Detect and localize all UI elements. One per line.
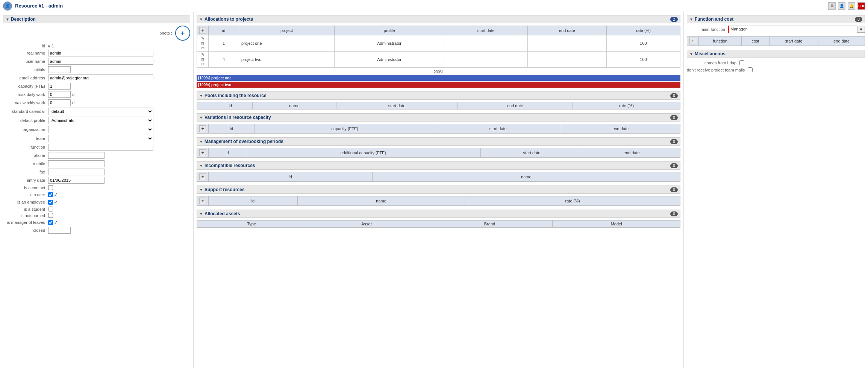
alloc-col-end: end date xyxy=(527,26,606,35)
capacity-label: capacity (FTE) xyxy=(3,84,48,88)
is-contact-checkbox[interactable] xyxy=(48,185,53,190)
misc-section: ▼ Miscellaneous comes from Ldap don't re… xyxy=(687,50,865,72)
function-cost-section: ▼ Function and cost 0 main function Mana… xyxy=(687,15,865,46)
is-student-checkbox[interactable] xyxy=(48,207,53,211)
cut-icon[interactable]: ✂ xyxy=(201,62,205,66)
comes-from-ldap-row: comes from Ldap xyxy=(687,60,865,65)
variations-table: + id capacity (FTE) start date end date xyxy=(197,124,680,134)
max-daily-input[interactable] xyxy=(48,91,71,98)
description-section-header[interactable]: ▼ Description xyxy=(3,15,190,23)
pools-header[interactable]: ▼ Pools including the resource 0 xyxy=(197,91,680,100)
alloc-row1-profile: Administrator xyxy=(334,35,444,52)
is-employee-checkbox[interactable] xyxy=(48,200,53,205)
function-input[interactable] xyxy=(48,144,153,151)
incompatible-add-btn[interactable]: + xyxy=(199,173,206,180)
user-name-input[interactable] xyxy=(48,58,153,65)
person-icon[interactable]: 👤 xyxy=(838,2,845,10)
mobile-input[interactable] xyxy=(48,160,105,167)
is-user-label: is a user xyxy=(3,192,48,197)
support-add-btn[interactable]: + xyxy=(199,198,206,204)
capacity-input[interactable] xyxy=(48,83,71,90)
is-user-checkbox[interactable] xyxy=(48,192,53,197)
allocations-badge: 2 xyxy=(670,17,678,22)
delete-icon[interactable]: 🗑 xyxy=(201,41,205,46)
bell-icon[interactable]: 🔔 xyxy=(848,2,855,10)
incompatible-toggle: ▼ xyxy=(199,164,203,168)
comes-from-ldap-checkbox[interactable] xyxy=(739,60,744,65)
main-function-dropdown[interactable]: ▼ xyxy=(857,26,865,33)
add-photo-button[interactable]: + xyxy=(175,26,190,41)
function-cost-add-btn[interactable]: + xyxy=(689,38,696,44)
entry-date-input[interactable] xyxy=(48,177,105,184)
incompatible-badge: 0 xyxy=(670,163,678,168)
closed-input[interactable] xyxy=(48,227,71,234)
entry-date-row: entry date xyxy=(3,177,190,184)
incompat-col-id: id xyxy=(209,172,373,182)
support-col-rate: rate (%) xyxy=(465,196,680,206)
allocations-title: Allocations to projects xyxy=(205,17,670,22)
max-weekly-unit: d xyxy=(72,100,74,105)
default-profile-select[interactable]: Administrator xyxy=(48,117,153,124)
edit-icon[interactable]: ✎ xyxy=(201,52,205,57)
team-select[interactable] xyxy=(48,135,153,142)
max-weekly-input[interactable] xyxy=(48,99,71,106)
user-name-row: user name xyxy=(3,58,190,65)
monitor-icon[interactable]: 🖥 xyxy=(828,2,836,10)
delete-icon[interactable]: 🗑 xyxy=(201,57,205,62)
assets-section: ▼ Allocated assets 0 Type Asset Brand Mo… xyxy=(197,210,680,228)
allocations-header[interactable]: ▼ Allocations to projects 2 xyxy=(197,15,680,23)
initials-input[interactable] xyxy=(48,66,71,73)
cut-icon[interactable]: ✂ xyxy=(201,46,205,50)
assets-col-asset: Asset xyxy=(306,220,427,228)
is-manager-checkbox[interactable] xyxy=(48,220,53,225)
allocations-add-btn[interactable]: + xyxy=(199,27,206,34)
table-row: ✎ 🗑 ✂ 4 project two Administrator 100 xyxy=(197,52,680,68)
std-calendar-select[interactable]: default xyxy=(48,108,153,115)
allocations-table: + id project profile start date end date… xyxy=(197,26,680,68)
incompat-col-name: name xyxy=(372,172,680,182)
is-outsourced-checkbox[interactable] xyxy=(48,213,53,218)
function-cost-header[interactable]: ▼ Function and cost 0 xyxy=(687,15,865,23)
overbooking-badge: 0 xyxy=(670,139,678,144)
edit-icon[interactable]: ✎ xyxy=(201,36,205,41)
misc-header[interactable]: ▼ Miscellaneous xyxy=(687,50,865,58)
incompatible-header[interactable]: ▼ Incompatible resources 0 xyxy=(197,161,680,170)
real-name-input[interactable] xyxy=(48,50,153,56)
user-name-label: user name xyxy=(3,59,48,64)
alloc-col-rate: rate (%) xyxy=(606,26,680,35)
phone-input[interactable] xyxy=(48,152,105,159)
left-column: ▼ Description photo : + id # 1 real name… xyxy=(0,12,194,368)
overbooking-header[interactable]: ▼ Management of overbooking periods 0 xyxy=(197,137,680,146)
gantt-total-label: 200% xyxy=(197,70,680,74)
variations-section: ▼ Variations in resource capacity 0 + id… xyxy=(197,113,680,134)
no-team-mails-row: don't receive project team mails xyxy=(687,67,865,72)
email-input[interactable] xyxy=(48,75,153,81)
var-col-end: end date xyxy=(561,124,680,134)
main-function-input[interactable]: Manager xyxy=(728,26,857,33)
initials-label: initials xyxy=(3,67,48,72)
max-daily-row: max daily work d xyxy=(3,91,190,98)
fax-input[interactable] xyxy=(48,169,105,175)
assets-header[interactable]: ▼ Allocated assets 0 xyxy=(197,210,680,218)
support-section: ▼ Support resources 0 + id name rate (%) xyxy=(197,186,680,206)
max-daily-label: max daily work xyxy=(3,92,48,97)
phone-row: phone xyxy=(3,152,190,159)
max-weekly-row: max weekly work d xyxy=(3,99,190,106)
variations-add-btn[interactable]: + xyxy=(199,125,206,132)
pools-table: id name start date end date rate (%) xyxy=(197,102,680,109)
variations-header[interactable]: ▼ Variations in resource capacity 0 xyxy=(197,113,680,122)
function-cost-toggle: ▼ xyxy=(689,17,693,21)
description-toggle-icon: ▼ xyxy=(6,17,9,21)
function-cost-badge: 0 xyxy=(855,17,862,22)
alloc-row2-start xyxy=(444,52,527,68)
main-function-label: main function xyxy=(687,27,728,32)
organization-select[interactable] xyxy=(48,126,153,133)
help-icon[interactable]: AIDE xyxy=(857,2,865,10)
main-function-row: main function Manager ▼ xyxy=(687,26,865,33)
over-col-id: id xyxy=(209,148,246,158)
no-team-mails-checkbox[interactable] xyxy=(748,67,753,72)
is-outsourced-row: is outsourced xyxy=(3,213,190,218)
support-header[interactable]: ▼ Support resources 0 xyxy=(197,186,680,194)
overbooking-add-btn[interactable]: + xyxy=(199,149,206,156)
fc-col-end: end date xyxy=(818,36,865,46)
